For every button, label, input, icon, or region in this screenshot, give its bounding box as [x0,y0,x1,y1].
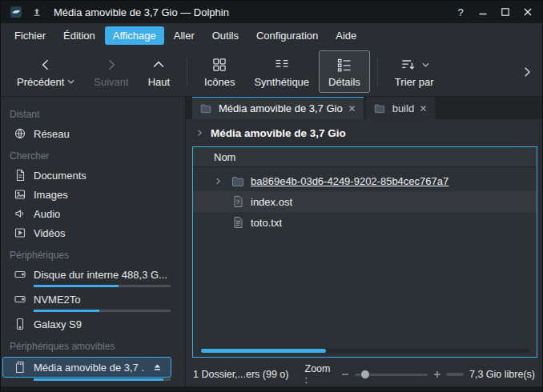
folder-icon [374,102,387,114]
sidebar-item-label: Vidéos [34,227,66,239]
dolphin-window: Média amovible de 3,7 Gio — Dolphin ? Fi… [0,0,543,392]
sidebar-item-media-amovible[interactable]: Média amovible de 3,7 ... [2,357,171,378]
section-header-distant: Distant [1,102,185,124]
places-panel: Distant Réseau Chercher Documents Images… [1,97,186,386]
up-button[interactable]: Haut [139,50,179,93]
disk-usage-bar [34,310,171,312]
maximize-button[interactable] [496,3,515,21]
tab-close-button[interactable] [420,105,427,112]
menu-edition[interactable]: Édition [55,26,103,45]
folder-icon [231,174,244,187]
sort-by-button[interactable]: Trier par [385,50,444,93]
menu-fichier[interactable]: Fichier [6,26,54,45]
scrollbar-thumb[interactable] [201,349,326,353]
free-space-group: 7,3 Gio libre(s) [446,369,535,380]
titlebar[interactable]: Média amovible de 3,7 Gio — Dolphin ? [1,1,542,23]
sidebar-item-audio[interactable]: Audio [1,204,185,223]
zoom-slider[interactable] [355,369,428,380]
menu-aller[interactable]: Aller [166,26,203,45]
horizontal-scrollbar[interactable] [200,349,529,353]
toolbar-overflow-button[interactable] [517,62,537,82]
forward-label: Suivant [94,76,128,88]
forward-button[interactable]: Suivant [84,50,138,93]
file-row-folder[interactable]: ba869e4b-03d6-4249-9202-85b4cec767a7 [193,170,537,191]
sort-by-label: Trier par [395,76,434,88]
images-icon [14,188,26,201]
expand-chevron-icon[interactable] [214,177,225,186]
tab-build[interactable]: build [366,97,435,119]
sidebar-item-disque-interne[interactable]: Disque dur interne 488,3 G... [1,265,185,284]
sidebar-item-label: Disque dur interne 488,3 G... [34,269,167,281]
file-view[interactable]: Nom ba869e4b-03d6-4249-9202-85b4cec767a7… [192,146,537,358]
sidebar-item-images[interactable]: Images [1,185,185,204]
zoom-label: Zoom : [305,363,336,386]
menu-aide[interactable]: Aide [328,26,364,45]
phone-icon [14,318,26,330]
videos-icon [14,226,26,239]
sidebar-item-label: Images [34,189,68,201]
section-header-peripheriques: Périphériques [1,242,185,265]
zoom-in-button[interactable] [433,370,441,378]
details-view-button[interactable]: Détails [319,50,370,93]
tab-close-button[interactable] [348,105,356,112]
file-name[interactable]: toto.txt [251,217,282,229]
disk-usage-bar [34,285,171,287]
close-icon [348,105,356,112]
minus-icon [341,370,349,378]
sidebar-item-galaxy-s9[interactable]: Galaxy S9 [1,314,185,334]
section-header-chercher: Chercher [1,143,185,166]
keep-above-icon[interactable] [29,4,45,20]
eject-icon[interactable] [152,362,163,373]
column-header-nom[interactable]: Nom [193,147,537,167]
menu-outils[interactable]: Outils [204,26,247,45]
toolbar: Précédent Suivant Haut Icônes Synthétiqu… [1,47,542,97]
text-file-icon [231,216,244,229]
sidebar-item-reseau[interactable]: Réseau [1,124,185,143]
close-icon [523,7,533,17]
tab-label: build [392,102,414,114]
sidebar-item-documents[interactable]: Documents [1,166,185,185]
sidebar-item-videos[interactable]: Vidéos [1,223,185,242]
menubar: Fichier Édition Affichage Aller Outils C… [1,23,542,47]
sidebar-item-label: NVME2To [34,294,81,306]
sidebar-item-label: Documents [34,170,86,182]
close-button[interactable] [518,3,537,21]
tab-bar: Média amovible de 3,7 Gio build [186,97,542,119]
tab-media-amovible[interactable]: Média amovible de 3,7 Gio [192,97,364,119]
sidebar-item-nvme2to[interactable]: NVME2To [1,290,185,309]
status-bar: 1 Dossier,...ers (99 o) Zoom : 7,3 Gio l… [186,362,542,386]
overflow-chevron-icon [520,65,534,79]
caret-down-icon [422,62,429,67]
breadcrumb-current[interactable]: Média amovible de 3,7 Gio [211,127,346,139]
icons-view-icon [211,57,227,73]
minimize-button[interactable] [473,3,493,21]
compact-view-button[interactable]: Synthétique [244,50,319,93]
file-rows: ba869e4b-03d6-4249-9202-85b4cec767a7 ? i… [193,167,537,233]
file-name[interactable]: index.ost [251,196,292,208]
folder-icon [200,102,213,114]
zoom-out-button[interactable] [341,370,349,378]
icons-view-button[interactable]: Icônes [195,50,244,93]
file-name[interactable]: ba869e4b-03d6-4249-9202-85b4cec767a7 [251,175,448,187]
slider-handle[interactable] [360,370,370,379]
free-space-text: 7,3 Gio libre(s) [469,369,535,380]
menu-affichage[interactable]: Affichage [105,26,164,45]
help-button[interactable]: ? [451,3,470,21]
disk-usage-bar [34,378,171,381]
sort-icon [400,57,416,73]
main-area: Média amovible de 3,7 Gio build Média am… [186,97,542,386]
file-row-toto-txt[interactable]: toto.txt [193,212,537,233]
icons-view-label: Icônes [204,76,235,88]
back-button[interactable]: Précédent [7,50,84,93]
network-icon [14,127,26,140]
menu-configuration[interactable]: Configuration [248,26,326,45]
sidebar-item-label: Média amovible de 3,7 ... [34,362,145,374]
tab-label: Média amovible de 3,7 Gio [219,102,343,114]
status-summary: 1 Dossier,...ers (99 o) [193,369,289,380]
close-icon [420,105,427,112]
window-bottom-edge [1,386,542,391]
file-row-index-ost[interactable]: ? index.ost [193,191,537,212]
caret-down-icon [67,79,74,84]
breadcrumb-chevron-icon [195,128,204,138]
details-view-icon [336,57,352,73]
